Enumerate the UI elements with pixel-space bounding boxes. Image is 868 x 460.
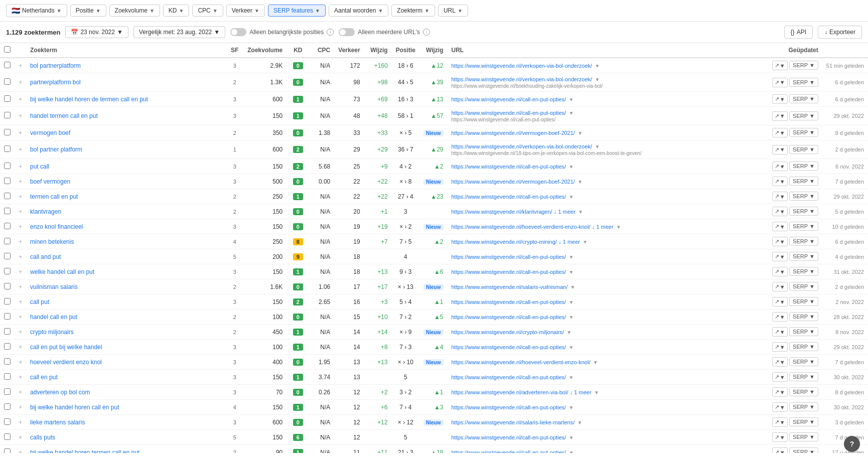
expand-icon[interactable]: + [19, 112, 22, 119]
url-link[interactable]: https://www.winstgevende.nl/verkopen-via… [452, 143, 593, 149]
url-dropdown-icon[interactable]: ▼ [569, 194, 574, 200]
chart-action-btn[interactable]: ↗ ▼ [772, 222, 788, 231]
row-checkbox[interactable] [4, 193, 11, 199]
serp-action-btn[interactable]: SERP ▼ [789, 237, 818, 246]
url-link[interactable]: https://www.winstgevende.nl/call-en-put-… [452, 299, 566, 305]
expand-icon[interactable]: + [19, 434, 22, 441]
compare-selector[interactable]: Vergelijk met: 23 aug. 2022 ▼ [133, 26, 225, 38]
url-dropdown-icon[interactable]: ▼ [594, 390, 599, 395]
url-link[interactable]: https://www.winstgevende.nl/call-en-put-… [452, 449, 566, 453]
serp-action-btn[interactable]: SERP ▼ [789, 128, 818, 137]
row-checkbox[interactable] [4, 358, 11, 365]
url-link[interactable]: https://www.winstgevende.nl/adverteren-v… [452, 389, 568, 395]
row-checkbox[interactable] [4, 268, 11, 274]
keyword-link[interactable]: bol partnerplatform [30, 62, 81, 69]
row-checkbox[interactable] [4, 328, 11, 335]
url-dropdown-icon[interactable]: ▼ [569, 254, 574, 260]
serp-action-btn[interactable]: SERP ▼ [789, 282, 818, 291]
keyword-link[interactable]: boef vermogen [30, 178, 70, 185]
url-link[interactable]: https://www.winstgevende.nl/crypto-miljo… [452, 329, 564, 335]
keyword-link[interactable]: call en put [30, 374, 58, 381]
serp-action-btn[interactable]: SERP ▼ [789, 207, 818, 216]
keyword-link[interactable]: welke handel call en put [30, 268, 94, 275]
keyword-link[interactable]: termen call en put [30, 193, 78, 200]
keyword-link[interactable]: call and put [30, 253, 61, 260]
chart-action-btn[interactable]: ↗ ▼ [772, 192, 788, 201]
col-header-wijzig[interactable]: Wijzig [364, 43, 392, 58]
col-header-wijzig2[interactable]: Wijzig [419, 43, 447, 58]
expand-icon[interactable]: + [19, 146, 22, 153]
chart-action-btn[interactable]: ↗ ▼ [772, 387, 788, 397]
url-dropdown-icon[interactable]: ▼ [577, 130, 583, 136]
keyword-link[interactable]: crypto miljonairs [30, 329, 74, 336]
url-dropdown-icon[interactable]: ▼ [569, 164, 574, 170]
chart-action-btn[interactable]: ↗ ▼ [772, 447, 788, 453]
chart-action-btn[interactable]: ↗ ▼ [772, 111, 788, 121]
url-link[interactable]: https://www.winstgevende.nl/verkopen-via… [452, 63, 593, 69]
row-checkbox[interactable] [4, 388, 11, 395]
url-extra[interactable]: ↓ 1 meer [592, 224, 614, 230]
keyword-link[interactable]: partnerplatform bol [30, 79, 81, 86]
keyword-link[interactable]: lieke martens salaris [30, 419, 85, 426]
expand-icon[interactable]: + [19, 314, 22, 321]
serp-action-btn[interactable]: SERP ▼ [789, 94, 818, 103]
url-extra[interactable]: ↓ 1 meer [558, 239, 580, 245]
url-dropdown-icon[interactable]: ▼ [569, 97, 574, 102]
col-header-positie[interactable]: Positie [392, 43, 419, 58]
serp-action-btn[interactable]: SERP ▼ [789, 417, 818, 426]
url-dropdown-icon[interactable]: ▼ [616, 224, 621, 230]
row-checkbox[interactable] [4, 208, 11, 214]
expand-icon[interactable]: + [19, 389, 22, 396]
expand-icon[interactable]: + [19, 359, 22, 366]
chart-action-btn[interactable]: ↗ ▼ [772, 297, 788, 306]
url-link[interactable]: https://www.winstgevende.nl/call-en-put-… [452, 254, 566, 260]
serp-action-btn[interactable]: SERP ▼ [789, 222, 818, 231]
chart-action-btn[interactable]: ↗ ▼ [772, 357, 788, 367]
serp-action-btn[interactable]: SERP ▼ [789, 145, 818, 154]
col-header-zoekterm[interactable]: Zoekterm [26, 43, 226, 58]
expand-icon[interactable]: + [19, 208, 22, 215]
url-link[interactable]: https://www.winstgevende.nl/salaris-vuil… [452, 284, 568, 290]
url-dropdown-icon[interactable]: ▼ [570, 284, 575, 290]
serp-action-btn[interactable]: SERP ▼ [789, 267, 818, 276]
belangrijkste-info-icon[interactable]: i [327, 29, 334, 36]
chart-action-btn[interactable]: ↗ ▼ [772, 432, 788, 442]
expand-icon[interactable]: + [19, 329, 22, 336]
verkeer-filter[interactable]: Verkeer ▼ [226, 5, 265, 17]
col-header-volume[interactable]: Zoekvolume [243, 43, 286, 58]
chart-action-btn[interactable]: ↗ ▼ [772, 128, 788, 137]
url-dropdown-icon[interactable]: ▼ [569, 375, 574, 380]
expand-icon[interactable]: + [19, 374, 22, 381]
expand-icon[interactable]: + [19, 298, 22, 305]
url-dropdown-icon[interactable]: ▼ [593, 360, 598, 365]
url-link[interactable]: https://www.winstgevende.nl/call-en-put-… [452, 314, 566, 320]
serp-action-btn[interactable]: SERP ▼ [789, 432, 818, 441]
expand-icon[interactable]: + [19, 419, 22, 426]
url-dropdown-icon[interactable]: ▼ [569, 299, 574, 305]
chart-action-btn[interactable]: ↗ ▼ [772, 372, 788, 382]
serp-action-btn[interactable]: SERP ▼ [789, 387, 818, 396]
url-link[interactable]: https://www.winstgevende.nl/call-en-put-… [452, 269, 566, 275]
chart-action-btn[interactable]: ↗ ▼ [772, 327, 788, 337]
url-dropdown-icon[interactable]: ▼ [569, 435, 574, 440]
serp-action-btn[interactable]: SERP ▼ [789, 297, 818, 306]
url-dropdown-icon[interactable]: ▼ [569, 405, 574, 410]
chart-action-btn[interactable]: ↗ ▼ [772, 177, 788, 186]
url-link[interactable]: https://www.winstgevende.nl/vermogen-boe… [452, 130, 575, 136]
help-button[interactable]: ? [844, 436, 860, 452]
serp-action-btn[interactable]: SERP ▼ [789, 111, 818, 120]
chart-action-btn[interactable]: ↗ ▼ [772, 312, 788, 322]
expand-icon[interactable]: + [19, 193, 22, 200]
toggle-meerdere[interactable] [339, 28, 355, 36]
row-checkbox[interactable] [4, 418, 11, 425]
col-header-updated[interactable]: Geüpdatet [762, 43, 822, 58]
keyword-link[interactable]: klantvragen [30, 208, 61, 215]
row-checkbox[interactable] [4, 78, 11, 85]
keyword-link[interactable]: bij welke handel horen call en put [30, 404, 119, 411]
chart-action-btn[interactable]: ↗ ▼ [772, 252, 788, 261]
keyword-link[interactable]: bij welke handel horen termen call en pu… [30, 449, 139, 453]
zoekterm-filter[interactable]: Zoekterm ▼ [391, 5, 435, 17]
serp-action-btn[interactable]: SERP ▼ [789, 447, 818, 453]
row-checkbox[interactable] [4, 253, 11, 259]
chart-action-btn[interactable]: ↗ ▼ [772, 267, 788, 276]
